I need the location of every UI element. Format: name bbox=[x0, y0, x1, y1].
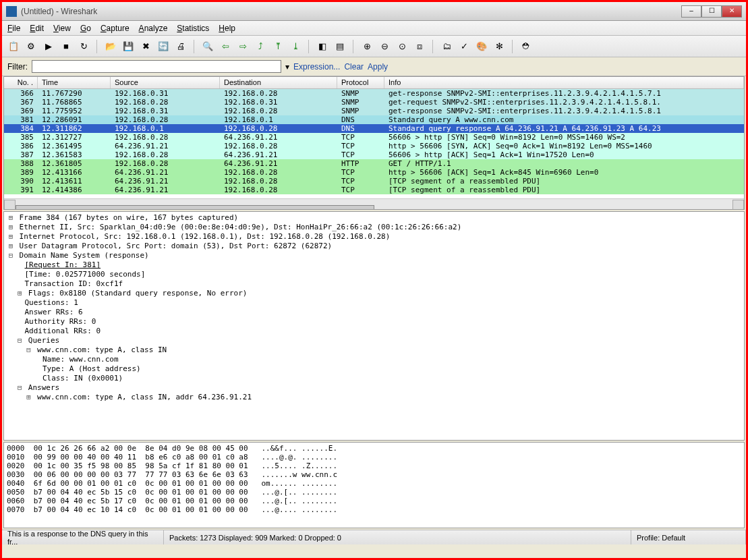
tb-back-icon[interactable]: ⇦ bbox=[218, 39, 233, 54]
detail-line[interactable]: Authority RRs: 0 bbox=[7, 317, 741, 327]
detail-line[interactable]: ⊟ Answers bbox=[7, 383, 741, 393]
tb-save-icon[interactable]: 💾 bbox=[121, 39, 136, 54]
packet-row[interactable]: 38512.312727192.168.0.2864.236.91.21TCP5… bbox=[4, 133, 744, 142]
tb-prefs-icon[interactable]: ✻ bbox=[492, 39, 507, 54]
menu-edit[interactable]: Edit bbox=[30, 24, 44, 33]
tb-colorize-icon[interactable]: ◧ bbox=[315, 39, 330, 54]
hex-line[interactable]: 0060 b7 00 04 40 ec 5b 17 c0 0c 00 01 00… bbox=[7, 497, 741, 505]
expand-icon[interactable]: ⊞ bbox=[25, 393, 33, 401]
hex-line[interactable]: 0050 b7 00 04 40 ec 5b 15 c0 0c 00 01 00… bbox=[7, 488, 741, 497]
tb-restart-icon[interactable]: ↻ bbox=[76, 39, 91, 54]
expand-icon[interactable]: ⊞ bbox=[7, 232, 15, 241]
col-no[interactable]: No. . bbox=[4, 77, 38, 88]
tb-autoscroll-icon[interactable]: ▤ bbox=[333, 39, 347, 54]
tb-interfaces-icon[interactable]: 📋 bbox=[6, 39, 21, 54]
expand-icon[interactable]: ⊟ bbox=[7, 251, 15, 260]
menu-help[interactable]: Help bbox=[219, 24, 235, 33]
packet-row[interactable]: 38612.36149564.236.91.21192.168.0.28TCPh… bbox=[4, 142, 744, 150]
detail-line[interactable]: ⊞ Frame 384 (167 bytes on wire, 167 byte… bbox=[7, 213, 741, 223]
tb-reload-icon[interactable]: 🔄 bbox=[156, 39, 171, 54]
menu-capture[interactable]: Capture bbox=[100, 24, 130, 33]
hex-line[interactable]: 0040 6f 6d 00 00 01 00 01 c0 0c 00 01 00… bbox=[7, 479, 741, 488]
detail-line[interactable]: ⊟ Queries bbox=[7, 336, 741, 345]
maximize-button[interactable]: ☐ bbox=[701, 5, 722, 18]
packet-hscroll[interactable] bbox=[4, 198, 744, 210]
filter-apply-link[interactable]: Apply bbox=[368, 62, 388, 72]
tb-capfilter-icon[interactable]: 🗂 bbox=[439, 39, 454, 54]
minimize-button[interactable]: – bbox=[681, 5, 701, 18]
hex-line[interactable]: 0030 00 06 00 00 00 00 03 77 77 77 03 63… bbox=[7, 470, 741, 479]
menu-view[interactable]: View bbox=[53, 24, 71, 33]
packet-row[interactable]: 39112.41438664.236.91.21192.168.0.28TCP[… bbox=[4, 186, 744, 194]
tb-print-icon[interactable]: 🖨 bbox=[173, 39, 188, 54]
packet-details-pane[interactable]: ⊞ Frame 384 (167 bytes on wire, 167 byte… bbox=[3, 211, 745, 441]
expand-icon[interactable]: ⊟ bbox=[16, 383, 24, 392]
scroll-right-icon[interactable] bbox=[732, 200, 744, 210]
expand-icon[interactable]: ⊞ bbox=[7, 213, 15, 222]
detail-line[interactable]: Questions: 1 bbox=[7, 298, 741, 308]
detail-line[interactable]: ⊞ www.cnn.com: type A, class IN, addr 64… bbox=[7, 393, 741, 402]
menu-go[interactable]: Go bbox=[80, 24, 91, 33]
expand-icon[interactable]: ⊟ bbox=[16, 336, 24, 345]
expand-icon[interactable]: ⊟ bbox=[25, 345, 33, 354]
packet-row[interactable]: 38412.311862192.168.0.1192.168.0.28DNSSt… bbox=[4, 124, 744, 133]
tb-stop-icon[interactable]: ■ bbox=[59, 39, 74, 54]
packet-row[interactable]: 36611.767290192.168.0.31192.168.0.28SNMP… bbox=[4, 89, 744, 98]
scroll-left-icon[interactable] bbox=[4, 200, 16, 210]
detail-line[interactable]: ⊞ Internet Protocol, Src: 192.168.0.1 (1… bbox=[7, 232, 741, 242]
packet-row[interactable]: 38812.361805192.168.0.2864.236.91.21HTTP… bbox=[4, 159, 744, 168]
hex-line[interactable]: 0070 b7 00 04 40 ec 10 14 c0 0c 00 01 00… bbox=[7, 505, 741, 514]
detail-line[interactable]: Name: www.cnn.com bbox=[7, 355, 741, 364]
tb-open-icon[interactable]: 📂 bbox=[103, 39, 118, 54]
expand-icon[interactable]: ⊞ bbox=[7, 242, 15, 250]
detail-line[interactable]: Additional RRs: 0 bbox=[7, 327, 741, 336]
tb-coloring-icon[interactable]: 🎨 bbox=[474, 39, 489, 54]
tb-forward-icon[interactable]: ⇨ bbox=[235, 39, 250, 54]
hex-line[interactable]: 0020 00 1c 00 35 f5 98 00 85 98 5a cf 1f… bbox=[7, 461, 741, 470]
hex-line[interactable]: 0000 00 1c 26 26 66 a2 00 0e 8e 04 d0 9e… bbox=[7, 444, 741, 453]
filter-dropdown-icon[interactable]: ▾ bbox=[285, 62, 289, 72]
detail-line[interactable]: ⊞ User Datagram Protocol, Src Port: doma… bbox=[7, 242, 741, 251]
detail-line[interactable]: Type: A (Host address) bbox=[7, 364, 741, 374]
detail-line[interactable]: Transaction ID: 0xcf1f bbox=[7, 279, 741, 289]
col-time[interactable]: Time bbox=[38, 77, 111, 88]
packet-row[interactable]: 38712.361583192.168.0.2864.236.91.21TCP5… bbox=[4, 150, 744, 159]
packet-row[interactable]: 38112.286091192.168.0.28192.168.0.1DNSSt… bbox=[4, 115, 744, 124]
tb-zoomout-icon[interactable]: ⊖ bbox=[377, 39, 392, 54]
tb-close-icon[interactable]: ✖ bbox=[138, 39, 153, 54]
hex-line[interactable]: 0010 00 99 00 00 40 00 40 11 b8 e6 c0 a8… bbox=[7, 453, 741, 461]
tb-options-icon[interactable]: ⚙ bbox=[24, 39, 38, 54]
detail-line[interactable]: ⊞ Flags: 0x8180 (Standard query response… bbox=[7, 289, 741, 298]
packet-bytes-pane[interactable]: 0000 00 1c 26 26 66 a2 00 0e 8e 04 d0 9e… bbox=[3, 442, 745, 528]
menu-file[interactable]: File bbox=[7, 24, 20, 33]
filter-clear-link[interactable]: Clear bbox=[344, 62, 364, 72]
packet-row[interactable]: 39012.41361164.236.91.21192.168.0.28TCP[… bbox=[4, 177, 744, 186]
tb-goto-icon[interactable]: ⤴ bbox=[253, 39, 268, 54]
tb-find-icon[interactable]: 🔍 bbox=[200, 39, 215, 54]
detail-line[interactable]: Answer RRs: 6 bbox=[7, 308, 741, 317]
col-destination[interactable]: Destination bbox=[220, 77, 337, 88]
tb-dispfilter-icon[interactable]: ✓ bbox=[457, 39, 471, 54]
col-source[interactable]: Source bbox=[111, 77, 220, 88]
packet-row[interactable]: 38912.41316664.236.91.21192.168.0.28TCPh… bbox=[4, 168, 744, 177]
detail-line[interactable]: ⊟ Domain Name System (response) bbox=[7, 251, 741, 260]
detail-line[interactable]: Class: IN (0x0001) bbox=[7, 374, 741, 383]
detail-line[interactable]: [Request In: 381] bbox=[7, 260, 741, 270]
expand-icon[interactable]: ⊞ bbox=[16, 289, 24, 298]
detail-line[interactable]: ⊞ Ethernet II, Src: Sparklan_04:d0:9e (0… bbox=[7, 223, 741, 232]
filter-input[interactable] bbox=[32, 60, 281, 73]
tb-first-icon[interactable]: ⤒ bbox=[270, 39, 285, 54]
filter-expression-link[interactable]: Expression... bbox=[293, 62, 340, 72]
packet-row[interactable]: 36711.768865192.168.0.28192.168.0.31SNMP… bbox=[4, 98, 744, 107]
detail-line[interactable]: [Time: 0.025771000 seconds] bbox=[7, 270, 741, 279]
tb-zoomin-icon[interactable]: ⊕ bbox=[359, 39, 374, 54]
scroll-thumb[interactable] bbox=[16, 205, 374, 210]
tb-help-icon[interactable]: ⛑ bbox=[519, 39, 534, 54]
tb-resize-icon[interactable]: ⧈ bbox=[412, 39, 427, 54]
menu-analyze[interactable]: Analyze bbox=[139, 24, 168, 33]
packet-list-body[interactable]: 36611.767290192.168.0.31192.168.0.28SNMP… bbox=[4, 89, 744, 198]
col-protocol[interactable]: Protocol bbox=[337, 77, 384, 88]
close-button[interactable]: ✕ bbox=[722, 5, 742, 18]
tb-last-icon[interactable]: ⤓ bbox=[288, 39, 303, 54]
packet-row[interactable]: 36911.775952192.168.0.31192.168.0.28SNMP… bbox=[4, 107, 744, 115]
